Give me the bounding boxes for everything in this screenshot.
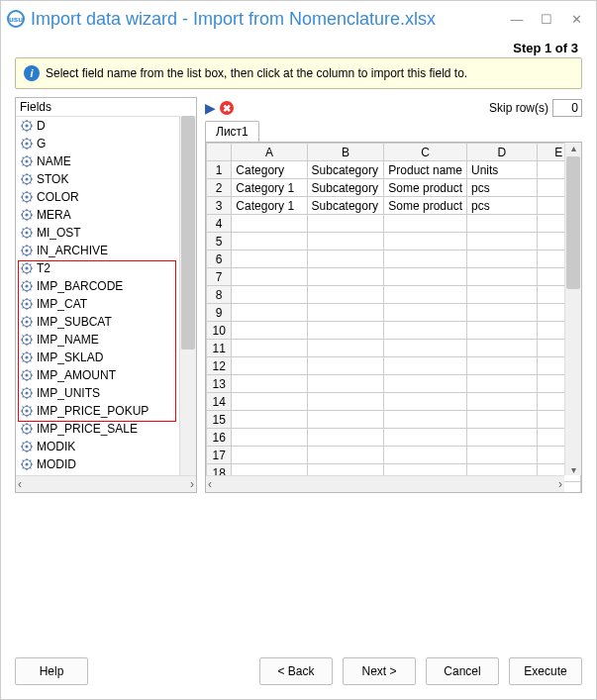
field-item[interactable]: MERA — [16, 206, 196, 224]
stop-icon[interactable]: ✖ — [220, 101, 234, 115]
grid-cell[interactable] — [467, 393, 538, 411]
grid-cell[interactable]: Subcategory — [307, 161, 384, 179]
close-button[interactable]: ✕ — [568, 12, 584, 27]
grid-cell[interactable] — [232, 322, 307, 340]
grid-cell[interactable] — [467, 429, 538, 447]
field-item[interactable]: M_TM_CAT__NAME — [16, 473, 196, 475]
grid-cell[interactable] — [467, 322, 538, 340]
execute-button[interactable]: Execute — [509, 657, 582, 685]
grid-vertical-scrollbar[interactable]: ▴ ▾ — [564, 143, 581, 475]
row-header[interactable]: 7 — [207, 268, 232, 286]
grid-horizontal-scrollbar[interactable]: ‹› — [206, 475, 564, 492]
grid-cell[interactable] — [232, 447, 307, 464]
grid-cell[interactable] — [232, 429, 307, 447]
field-item[interactable]: IN_ARCHIVE — [16, 242, 196, 259]
maximize-button[interactable]: ☐ — [539, 12, 554, 27]
grid-cell[interactable] — [232, 286, 307, 304]
row-header[interactable]: 12 — [207, 357, 232, 375]
grid-cell[interactable] — [384, 250, 467, 268]
grid-cell[interactable] — [232, 411, 307, 429]
grid-cell[interactable]: Category — [232, 161, 307, 179]
grid-cell[interactable] — [467, 286, 538, 304]
row-header[interactable]: 13 — [207, 375, 232, 393]
row-header[interactable]: 15 — [207, 411, 232, 429]
grid-cell[interactable] — [384, 322, 467, 340]
grid-cell[interactable] — [232, 233, 307, 250]
column-header[interactable]: D — [467, 144, 538, 161]
grid-cell[interactable]: Some product — [384, 179, 467, 197]
cancel-button[interactable]: Cancel — [426, 657, 499, 685]
grid-cell[interactable]: pcs — [467, 179, 538, 197]
field-item[interactable]: IMP_SUBCAT — [16, 313, 196, 331]
grid-cell[interactable] — [307, 429, 384, 447]
row-header[interactable]: 2 — [207, 179, 232, 197]
row-header[interactable]: 11 — [207, 340, 232, 357]
grid-cell[interactable] — [384, 340, 467, 357]
grid-cell[interactable] — [467, 357, 538, 375]
grid-cell[interactable] — [232, 393, 307, 411]
grid-cell[interactable]: pcs — [467, 197, 538, 215]
fields-horizontal-scrollbar[interactable]: ‹› — [16, 475, 196, 492]
grid-cell[interactable] — [307, 393, 384, 411]
grid-cell[interactable] — [384, 411, 467, 429]
grid-cell[interactable]: Subcategory — [307, 179, 384, 197]
grid-cell[interactable] — [307, 304, 384, 322]
back-button[interactable]: < Back — [259, 657, 333, 685]
grid-cell[interactable] — [232, 250, 307, 268]
grid-cell[interactable] — [307, 340, 384, 357]
row-header[interactable]: 17 — [207, 447, 232, 464]
skip-rows-input[interactable] — [552, 99, 582, 117]
grid-cell[interactable] — [384, 375, 467, 393]
grid-cell[interactable] — [467, 268, 538, 286]
field-item[interactable]: IMP_UNITS — [16, 384, 196, 402]
grid-cell[interactable] — [384, 429, 467, 447]
grid-cell[interactable] — [384, 286, 467, 304]
grid-cell[interactable]: Category 1 — [232, 197, 307, 215]
field-item[interactable]: T2 — [16, 259, 196, 277]
row-header[interactable]: 8 — [207, 286, 232, 304]
spreadsheet-grid[interactable]: ABCDE1CategorySubcategoryProduct nameUni… — [205, 142, 582, 493]
field-item[interactable]: IMP_PRICE_POKUP — [16, 402, 196, 420]
row-header[interactable]: 14 — [207, 393, 232, 411]
next-button[interactable]: Next > — [343, 657, 416, 685]
grid-cell[interactable] — [307, 357, 384, 375]
field-item[interactable]: IMP_CAT — [16, 295, 196, 313]
grid-cell[interactable] — [467, 447, 538, 464]
grid-cell[interactable] — [307, 447, 384, 464]
field-item[interactable]: IMP_AMOUNT — [16, 366, 196, 384]
grid-cell[interactable] — [307, 375, 384, 393]
sheet-tab[interactable]: Лист1 — [205, 121, 259, 142]
grid-cell[interactable] — [307, 250, 384, 268]
grid-cell[interactable] — [232, 340, 307, 357]
row-header[interactable]: 4 — [207, 215, 232, 233]
grid-cell[interactable] — [384, 393, 467, 411]
grid-cell[interactable] — [384, 233, 467, 250]
grid-cell[interactable] — [307, 411, 384, 429]
field-item[interactable]: MODIK — [16, 438, 196, 455]
grid-cell[interactable] — [307, 322, 384, 340]
grid-cell[interactable]: Product name — [384, 161, 467, 179]
field-item[interactable]: IMP_PRICE_SALE — [16, 420, 196, 438]
column-header[interactable]: B — [307, 144, 384, 161]
row-header[interactable]: 5 — [207, 233, 232, 250]
row-header[interactable]: 9 — [207, 304, 232, 322]
field-item[interactable]: COLOR — [16, 188, 196, 206]
row-header[interactable]: 3 — [207, 197, 232, 215]
field-item[interactable]: MI_OST — [16, 224, 196, 242]
play-icon[interactable]: ▶ — [205, 100, 216, 116]
help-button[interactable]: Help — [15, 657, 88, 685]
field-item[interactable]: NAME — [16, 152, 196, 170]
grid-cell[interactable] — [307, 215, 384, 233]
row-header[interactable]: 10 — [207, 322, 232, 340]
grid-cell[interactable] — [384, 268, 467, 286]
field-item[interactable]: IMP_NAME — [16, 331, 196, 349]
grid-cell[interactable] — [384, 304, 467, 322]
field-item[interactable]: STOK — [16, 170, 196, 188]
column-header[interactable]: A — [232, 144, 307, 161]
grid-cell[interactable] — [467, 215, 538, 233]
grid-cell[interactable]: Units — [467, 161, 538, 179]
row-header[interactable]: 16 — [207, 429, 232, 447]
grid-cell[interactable] — [467, 250, 538, 268]
grid-cell[interactable]: Category 1 — [232, 179, 307, 197]
grid-cell[interactable]: Some product — [384, 197, 467, 215]
